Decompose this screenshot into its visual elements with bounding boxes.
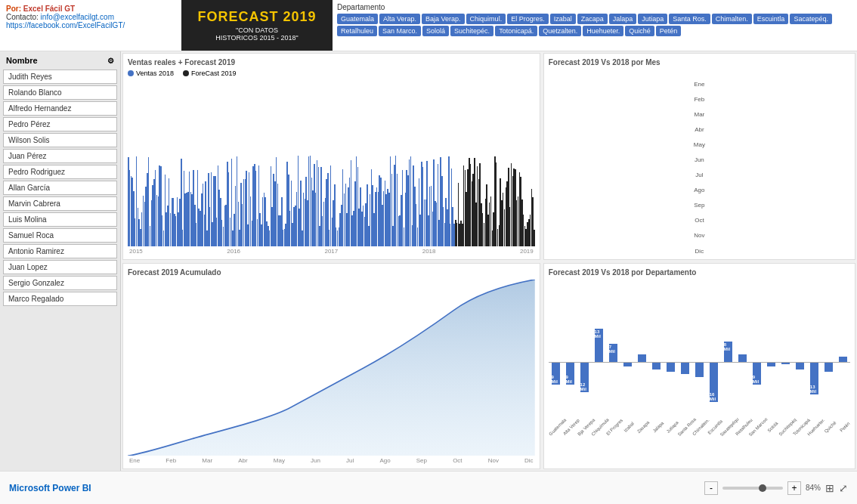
dept-button-izabal[interactable]: Izabal <box>550 14 576 24</box>
dept-button-santaros.[interactable]: Santa Ros. <box>669 14 710 24</box>
sidebar-item[interactable]: Marvin Cabrera <box>3 196 117 211</box>
sidebar-item[interactable]: Alfredo Hernandez <box>3 101 117 116</box>
chart-dept: Forecast 2019 Vs 2018 por Departamento 9… <box>543 263 855 470</box>
dept-bar-positive: 8 Mil <box>724 342 732 362</box>
company-name: Excel Fácil GT <box>23 5 75 13</box>
sidebar-item[interactable]: Samuel Roca <box>3 228 117 243</box>
dept-button-suchitepéc.[interactable]: Suchitepéc. <box>450 26 493 36</box>
dept-col: Jalapa <box>649 317 664 430</box>
legend-ventas-dot <box>128 70 134 76</box>
sidebar-header: Nombre ⚙ <box>3 54 117 66</box>
bottom-bar: Microsoft Power BI - + 84% ⊞ ⤢ <box>0 471 857 504</box>
dept-button-retalhuleu[interactable]: Retalhuleu <box>337 26 377 36</box>
sidebar-item[interactable]: Judith Reyes <box>3 70 117 84</box>
dept-bars-area: 9 MilGuatemala9 MilAlta Verep12 MilBja V… <box>549 283 850 465</box>
sidebar-item[interactable]: Sergio Gonzalez <box>3 276 117 290</box>
dept-buttons-container: GuatemalaAlta Verap.Baja Verap.Chiquimul… <box>337 14 852 36</box>
month-label: Mar <box>694 111 704 118</box>
sidebar-item[interactable]: Luis Molina <box>3 212 117 227</box>
cumul-x-label: Jun <box>311 457 320 464</box>
dept-button-sanmarco.[interactable]: San Marco. <box>379 26 421 36</box>
dept-button-jalapa[interactable]: Jalapa <box>609 14 637 24</box>
contacto-text: Contacto: info@excelfacilgt.com <box>6 13 175 21</box>
top-bar: Por: Excel Fácil GT Contacto: info@excel… <box>0 0 857 51</box>
forecast-subtitle: "CON DATOS HISTORICOS 2015 - 2018" <box>215 26 299 42</box>
ts-x-label: 2016 <box>227 248 240 255</box>
sidebar-item[interactable]: Allan García <box>3 181 117 195</box>
dept-button-zacapa[interactable]: Zacapa <box>577 14 608 24</box>
dept-button-elprogres.[interactable]: El Progres. <box>507 14 549 24</box>
dept-zero-line <box>635 362 649 363</box>
ts-x-labels: 20152016201720182019 <box>128 248 535 255</box>
dept-x-label: Sololá <box>767 421 779 433</box>
dept-col: 7 MilEl Progres <box>606 317 620 430</box>
dept-button-petén[interactable]: Petén <box>656 26 682 36</box>
dept-col: 13 MilChiquimula <box>592 317 606 430</box>
dept-col: 13 MilHuehueter. <box>807 317 821 430</box>
legend-ventas-label: Ventas 2018 <box>136 70 174 77</box>
dept-col: 9 MilSan Marcos <box>750 317 764 430</box>
dept-bar-negative <box>681 362 689 375</box>
sidebar-item[interactable]: Rolando Blanco <box>3 85 117 100</box>
ts-x-label: 2015 <box>129 248 143 255</box>
dept-zero-line <box>821 362 836 363</box>
sidebar-item[interactable]: Pedro Rodriguez <box>3 165 117 179</box>
dept-button-guatemala[interactable]: Guatemala <box>337 14 378 24</box>
month-label: Oct <box>695 217 704 224</box>
dept-bar-negative <box>695 362 704 377</box>
chart1-title: Ventas reales + Forecast 2019 <box>128 58 535 66</box>
dept-col: Chimalten. <box>692 317 707 430</box>
dept-x-label: Izabal <box>623 421 636 433</box>
dept-col: 9 MilGuatemala <box>549 317 563 430</box>
expand-icon[interactable]: ⤢ <box>839 482 848 494</box>
por-text: Por: Excel Fácil GT <box>6 5 175 13</box>
sidebar-item[interactable]: Wilson Solis <box>3 133 117 147</box>
sidebar-item[interactable]: Antonio Ramirez <box>3 244 117 258</box>
dept-button-chiquimul.[interactable]: Chiquimul. <box>466 14 506 24</box>
dept-x-label: Quiché <box>824 420 837 434</box>
dept-button-totonicapá.[interactable]: Totonicapá. <box>495 26 537 36</box>
dept-button-jutiapa[interactable]: Jutiapa <box>638 14 667 24</box>
dept-button-escuintla[interactable]: Escuintla <box>753 14 789 24</box>
dept-col: Totonicapá <box>793 317 807 430</box>
chart-timeseries: Ventas reales + Forecast 2019 Ventas 201… <box>122 53 540 260</box>
powerbi-link[interactable]: Microsoft Power BI <box>9 483 91 493</box>
dept-col: Petén <box>836 317 850 430</box>
zoom-plus-button[interactable]: + <box>787 481 801 495</box>
dept-bar-negative: 13 Mil <box>810 362 818 394</box>
dept-button-altaverap.[interactable]: Alta Verap. <box>379 14 420 24</box>
sidebar-item[interactable]: Marco Regalado <box>3 292 117 306</box>
dept-bar-negative <box>667 362 675 372</box>
email: info@excelfacilgt.com <box>41 13 114 21</box>
dept-button-sacatepéq.[interactable]: Sacatepéq. <box>790 14 832 24</box>
dept-bar-negative: 12 Mil <box>580 362 589 392</box>
dept-button-quiché[interactable]: Quiché <box>625 26 654 36</box>
dept-button-chimalten.[interactable]: Chimalten. <box>712 14 752 24</box>
dept-zero-line <box>836 362 850 363</box>
ts-x-label: 2017 <box>324 248 338 255</box>
dept-button-quetzalten.[interactable]: Quetzalten. <box>539 26 581 36</box>
facebook-link[interactable]: https://facebook.com/ExcelFacilGT/ <box>6 21 125 29</box>
dept-button-sololá[interactable]: Sololá <box>422 26 449 36</box>
legend-forecast-label: ForeCast 2019 <box>191 70 237 77</box>
dept-zero-line <box>577 362 592 363</box>
monthly-bars-container: -23 MilEne-8 MilFeb-18 MilMar12 MilAbr7 … <box>549 73 850 255</box>
fit-icon[interactable]: ⊞ <box>825 482 834 494</box>
content-area: Ventas reales + Forecast 2019 Ventas 201… <box>121 51 857 471</box>
cumul-x-label: Jul <box>346 457 354 464</box>
dept-bar-positive: 7 Mil <box>609 344 617 361</box>
sidebar-item[interactable]: Juan Pérez <box>3 149 117 163</box>
zoom-slider[interactable] <box>722 487 783 490</box>
sidebar-item[interactable]: Pedro Pérez <box>3 117 117 131</box>
dept-button-bajaverap.[interactable]: Baja Verap. <box>422 14 465 24</box>
zoom-minus-button[interactable]: - <box>704 481 718 495</box>
cumul-x-label: Abr <box>238 457 247 464</box>
dept-button-huehueter.[interactable]: Huehueter. <box>583 26 623 36</box>
chart2-title: Forecast 2019 Vs 2018 por Mes <box>549 58 850 66</box>
month-label: Dic <box>695 248 704 255</box>
sidebar-item[interactable]: Juan Lopez <box>3 260 117 274</box>
sidebar-title: Nombre <box>6 56 38 65</box>
dept-zero-line <box>707 362 721 363</box>
zoom-controls: - + 84% ⊞ ⤢ <box>704 481 848 495</box>
chart3-title: Forecast 2019 Acumulado <box>128 268 535 277</box>
